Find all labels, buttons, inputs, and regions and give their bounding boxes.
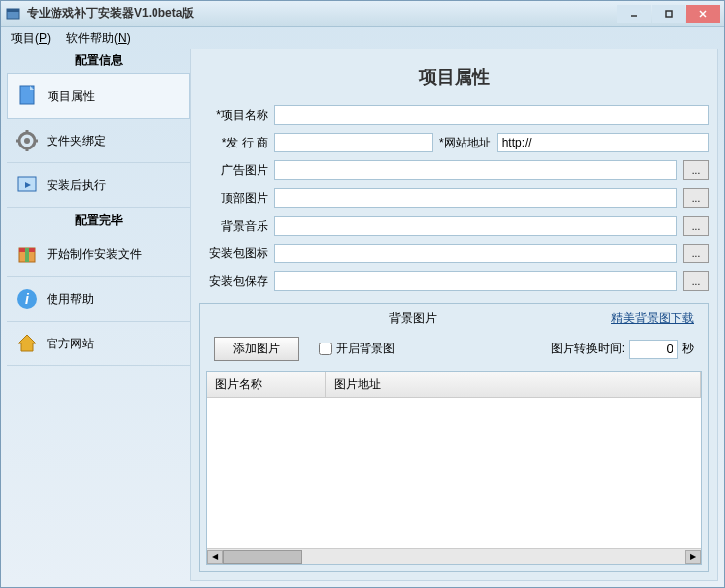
page-title: 项目属性 — [199, 57, 709, 105]
browse-bg-music[interactable]: ... — [683, 216, 709, 236]
document-icon — [16, 84, 40, 108]
input-publisher[interactable] — [274, 133, 433, 152]
run-icon — [15, 173, 39, 197]
input-pkg-save[interactable] — [274, 271, 677, 291]
sidebar: 配置信息 项目属性 文件夹绑定 安装后执行 配置完毕 开始制作安装文件 i 使用… — [7, 49, 190, 581]
sidebar-item-label: 文件夹绑定 — [47, 133, 106, 149]
svg-marker-21 — [18, 335, 36, 351]
scroll-track[interactable] — [223, 550, 685, 564]
scroll-right-icon[interactable]: ▶ — [685, 550, 701, 564]
package-icon — [15, 243, 39, 266]
sidebar-item-build[interactable]: 开始制作安装文件 — [7, 233, 190, 277]
label-pkg-save: 安装包保存 — [199, 273, 268, 290]
home-icon — [15, 332, 39, 355]
input-bg-music[interactable] — [274, 216, 677, 236]
window-title: 专业游戏补丁安装器V1.0beta版 — [27, 5, 617, 22]
label-project-name: *项目名称 — [199, 107, 268, 124]
enable-bg-label: 开启背景图 — [336, 341, 395, 357]
label-bg-music: 背景音乐 — [199, 218, 268, 235]
input-website[interactable] — [497, 133, 709, 152]
input-top-image[interactable] — [274, 188, 677, 208]
enable-bg-checkbox-wrap[interactable]: 开启背景图 — [319, 341, 395, 357]
menu-help[interactable]: 软件帮助(N) — [62, 28, 135, 49]
label-pkg-icon: 安装包图标 — [199, 245, 268, 262]
switch-time-input[interactable] — [629, 340, 678, 359]
app-icon — [5, 6, 21, 22]
sidebar-item-project-props[interactable]: 项目属性 — [7, 73, 190, 119]
label-publisher: *发 行 商 — [199, 135, 268, 151]
browse-pkg-save[interactable]: ... — [683, 271, 709, 291]
sidebar-item-help[interactable]: i 使用帮助 — [7, 277, 190, 322]
sidebar-item-website[interactable]: 官方网站 — [7, 322, 190, 366]
bg-image-panel: 背景图片 精美背景图下载 添加图片 开启背景图 图片转换时间: 秒 — [199, 303, 709, 572]
browse-pkg-icon[interactable]: ... — [683, 244, 709, 263]
add-image-button[interactable]: 添加图片 — [214, 337, 299, 361]
sidebar-item-post-install[interactable]: 安装后执行 — [7, 163, 190, 208]
section-config-info: 配置信息 — [7, 49, 190, 73]
image-list-body[interactable] — [207, 398, 701, 548]
sidebar-item-label: 安装后执行 — [47, 177, 106, 194]
titlebar[interactable]: 专业游戏补丁安装器V1.0beta版 — [1, 1, 724, 27]
app-window: 专业游戏补丁安装器V1.0beta版 项目(P) 软件帮助(N) 配置信息 项目… — [0, 0, 725, 588]
label-website: *网站地址 — [439, 135, 491, 151]
sidebar-item-label: 开始制作安装文件 — [47, 246, 142, 263]
close-button[interactable] — [686, 5, 720, 23]
col-header-addr[interactable]: 图片地址 — [326, 372, 701, 397]
sidebar-item-label: 项目属性 — [48, 88, 95, 105]
image-list: 图片名称 图片地址 ◀ ▶ — [206, 371, 702, 565]
gear-icon — [15, 129, 39, 152]
browse-top-image[interactable]: ... — [683, 188, 709, 208]
window-controls — [617, 5, 720, 23]
menubar: 项目(P) 软件帮助(N) — [1, 27, 724, 49]
col-header-name[interactable]: 图片名称 — [207, 372, 326, 397]
sidebar-item-label: 使用帮助 — [47, 291, 94, 308]
svg-point-9 — [24, 138, 30, 144]
info-icon: i — [15, 287, 39, 311]
browse-ad-image[interactable]: ... — [683, 160, 709, 180]
maximize-button[interactable] — [652, 5, 685, 23]
label-ad-image: 广告图片 — [199, 162, 268, 179]
switch-time-label: 图片转换时间: — [551, 341, 625, 357]
main-panel: 项目属性 *项目名称 *发 行 商 *网站地址 广告图片 ... 顶部图片 ..… — [190, 49, 718, 581]
svg-rect-18 — [25, 248, 29, 262]
input-ad-image[interactable] — [274, 160, 677, 180]
menu-project[interactable]: 项目(P) — [7, 28, 54, 49]
input-pkg-icon[interactable] — [274, 244, 677, 263]
scroll-left-icon[interactable]: ◀ — [207, 550, 223, 564]
download-bg-link[interactable]: 精美背景图下载 — [611, 310, 694, 327]
scroll-thumb[interactable] — [223, 550, 302, 564]
sidebar-item-folder-bind[interactable]: 文件夹绑定 — [7, 119, 190, 163]
switch-time-unit: 秒 — [682, 341, 694, 357]
input-project-name[interactable] — [274, 105, 709, 125]
minimize-button[interactable] — [617, 5, 651, 23]
bg-panel-title: 背景图片 — [389, 310, 437, 327]
svg-rect-3 — [666, 11, 672, 17]
sidebar-item-label: 官方网站 — [47, 336, 94, 352]
image-list-header: 图片名称 图片地址 — [207, 372, 701, 398]
body: 配置信息 项目属性 文件夹绑定 安装后执行 配置完毕 开始制作安装文件 i 使用… — [1, 49, 724, 587]
section-config-done: 配置完毕 — [7, 208, 190, 233]
horizontal-scrollbar[interactable]: ◀ ▶ — [207, 548, 701, 564]
svg-rect-1 — [7, 9, 19, 12]
label-top-image: 顶部图片 — [199, 190, 268, 207]
enable-bg-checkbox[interactable] — [319, 343, 332, 355]
